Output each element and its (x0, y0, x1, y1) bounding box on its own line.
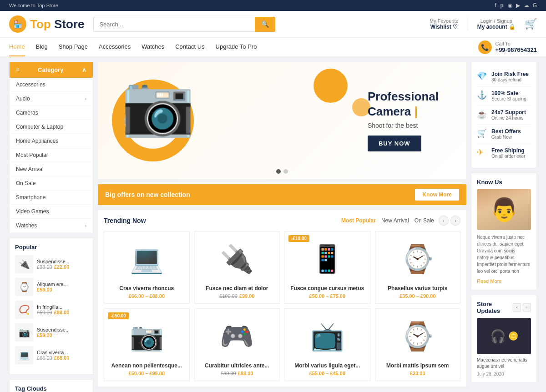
category-most-popular[interactable]: Most Popular (10, 148, 93, 162)
popular-item-2[interactable]: ⌚ Aliquam era... £50.00 (15, 278, 87, 296)
feature-title-1: Join Risk Free (491, 71, 529, 77)
category-computer[interactable]: Computer & Laptop (10, 120, 93, 134)
category-on-sale[interactable]: On Sale (10, 176, 93, 191)
soundcloud-icon[interactable]: ☁ (524, 2, 529, 9)
main-content: ≡ Category ∧ Accessories Audio› Cameras … (0, 57, 546, 392)
tab-most-popular[interactable]: Most Popular (341, 216, 376, 225)
product-card-7[interactable]: 📺 Morbi varius ligula eget... £55.00 – £… (284, 308, 370, 381)
tab-on-sale[interactable]: On Sale (415, 216, 434, 225)
category-watches[interactable]: Watches› (10, 219, 93, 233)
phone-icon: 📞 (478, 40, 492, 54)
products-prev-button[interactable]: ‹ (439, 216, 449, 226)
account-button[interactable]: Login / Signup My account 🔒 (477, 18, 516, 30)
feature-offers: 🛒 Best Offers Grab Now (477, 125, 531, 144)
top-bar: Welcome to Top Store f 𝕡 ◉ ▶ ☁ G (0, 0, 546, 11)
popular-item-5[interactable]: 💻 Cras viverra... £66.00£88.00 (15, 346, 87, 364)
read-more-link[interactable]: Read More (477, 278, 501, 284)
product-card-6[interactable]: 🎮 Curabitur ultricies ante... £99.00£88.… (194, 308, 280, 381)
feature-desc-3: Online 24 hours (491, 116, 526, 121)
divider (468, 17, 468, 31)
popular-info-4: Suspendisse... £59.00 (37, 327, 87, 338)
hero-dot-2[interactable] (283, 169, 288, 174)
product-card-3[interactable]: -£10.00 📱 Fusce congue cursus metus £50.… (284, 231, 370, 304)
category-new-arrival[interactable]: New Arrival (10, 162, 93, 176)
feature-shipping: ✈ Free Shiping On all order ever (477, 144, 531, 162)
pinterest-icon[interactable]: 𝕡 (500, 2, 504, 9)
instagram-icon[interactable]: ◉ (508, 2, 512, 9)
popular-img-3: 📿 (15, 301, 33, 319)
nav-accessories[interactable]: Accessories (99, 38, 131, 56)
popular-item-3[interactable]: 📿 In fringilla... £50.00£88.00 (15, 301, 87, 319)
feature-info-4: Best Offers Grab Now (491, 128, 521, 140)
feature-info-1: Join Risk Free 30 days refund (491, 71, 529, 82)
search-input[interactable] (93, 17, 255, 32)
update-next-button[interactable]: › (523, 303, 531, 312)
update-prev-button[interactable]: ‹ (513, 303, 521, 312)
product-name-3: Fusce congue cursus metus (289, 285, 365, 291)
products-section: Trending Now Most Popular New Arrival On… (98, 210, 466, 387)
popular-item-4[interactable]: 📷 Suspendisse... £59.00 (15, 323, 87, 342)
tag-clouds-box: Tag Clouds Accesories Apple Camera Gamin… (9, 379, 93, 392)
feature-safe: ⚓ 100% Safe Secure Shopping (477, 86, 531, 106)
cart-icon[interactable]: 🛒 (525, 18, 537, 30)
products-grid: 💻 Cras viverra rhoncus £66.00 – £88.00 🔌… (104, 231, 460, 381)
hero-buy-button[interactable]: BUY NOW (368, 136, 421, 151)
wishlist-button[interactable]: My Favourite Wishlist ♡ (430, 18, 459, 30)
cart-feature-icon: 🛒 (477, 128, 488, 138)
popular-info-3: In fringilla... £50.00£88.00 (37, 304, 87, 315)
store-update-date: July 28, 2020 (477, 372, 531, 377)
popular-info-2: Aliquam era... £50.00 (37, 281, 87, 292)
product-img-3: 📱 (289, 236, 365, 281)
left-sidebar: ≡ Category ∧ Accessories Audio› Cameras … (9, 61, 93, 392)
store-update-image: 🎧 🪙 (477, 318, 531, 354)
nav-blog[interactable]: Blog (36, 38, 48, 56)
popular-info-1: Suspendisse... £33.00£22.00 (37, 259, 87, 270)
google-icon[interactable]: G (533, 2, 537, 9)
category-box: ≡ Category ∧ Accessories Audio› Cameras … (9, 61, 93, 233)
nav-contact[interactable]: Contact Us (175, 38, 204, 56)
products-next-button[interactable]: › (450, 216, 460, 226)
wishlist-label: My Favourite (430, 18, 459, 24)
category-accessories[interactable]: Accessories (10, 78, 93, 92)
nav-links: Home Blog Shop Page Accessories Watches … (9, 38, 257, 56)
category-header[interactable]: ≡ Category ∧ (10, 62, 93, 78)
product-card-8[interactable]: ⌚ Morbi mattis ipsum sem £33.00 (375, 308, 461, 381)
nav-home[interactable]: Home (9, 38, 25, 56)
watches-arrow-icon: › (85, 223, 86, 228)
know-us-image: 👨 (477, 189, 531, 230)
category-smartphone[interactable]: Smartphone (10, 191, 93, 205)
hero-title: ProfessionalCamera | (368, 90, 439, 119)
youtube-icon[interactable]: ▶ (516, 2, 520, 9)
search-button[interactable]: 🔍 (255, 17, 275, 32)
product-img-2: 🔌 (199, 236, 275, 281)
product-name-7: Morbi varius ligula eget... (289, 362, 365, 369)
hero-dot-1[interactable] (276, 169, 281, 174)
nav-watches[interactable]: Watches (142, 38, 164, 56)
product-card-4[interactable]: ⌚ Phasellus varius turpis £35.00 – £90.0… (375, 231, 461, 304)
popular-item-1[interactable]: 🔌 Suspendisse... £33.00£22.00 (15, 255, 87, 273)
category-video-games[interactable]: Video Games (10, 205, 93, 219)
coffee-icon: ☕ (477, 109, 488, 119)
feature-desc-5: On all order ever (491, 154, 525, 159)
logo[interactable]: 🏪 Top Store (9, 15, 84, 33)
category-cameras[interactable]: Cameras (10, 106, 93, 120)
product-img-6: 🎮 (199, 313, 275, 359)
logo-text: Top Store (30, 17, 84, 31)
category-title: Category (38, 66, 63, 73)
nav-call: 📞 Call To +99-987654321 (478, 40, 537, 54)
product-card-5[interactable]: -£50.00 📷 Aenean non pellentesque... £50… (104, 308, 190, 381)
nav-shop-page[interactable]: Shop Page (59, 38, 88, 56)
nav-upgrade[interactable]: Upgrade To Pro (216, 38, 257, 56)
product-card-2[interactable]: 🔌 Fusce nec diam et dolor £100.00£99.00 (194, 231, 280, 304)
feature-info-3: 24x7 Support Online 24 hours (491, 109, 526, 121)
product-price-5: £50.00 – £99.00 (109, 371, 185, 376)
popular-img-1: 🔌 (15, 255, 33, 273)
feature-title-3: 24x7 Support (491, 109, 526, 116)
facebook-icon[interactable]: f (495, 2, 496, 9)
offer-button[interactable]: Know More (415, 189, 459, 201)
tab-new-arrival[interactable]: New Arrival (381, 216, 409, 225)
category-audio[interactable]: Audio› (10, 92, 93, 106)
product-name-6: Curabitur ultricies ante... (199, 362, 275, 369)
category-home-appliances[interactable]: Home Appliances (10, 134, 93, 148)
product-card-1[interactable]: 💻 Cras viverra rhoncus £66.00 – £88.00 (104, 231, 190, 304)
